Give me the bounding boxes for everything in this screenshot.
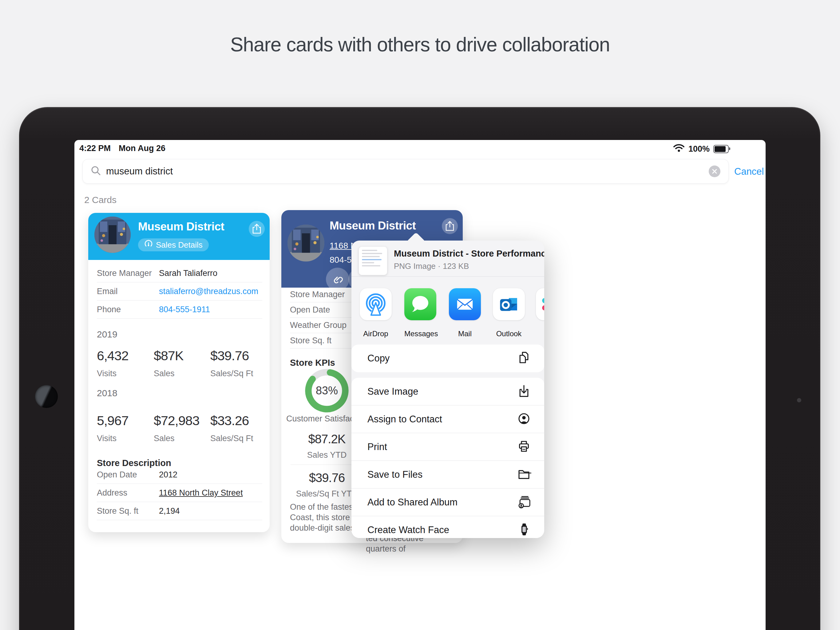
- address-link[interactable]: 1168 North Clay Street: [159, 488, 243, 498]
- save-image-icon: [516, 384, 531, 400]
- store-photo-avatar: [95, 217, 131, 253]
- action-copy[interactable]: Copy: [351, 345, 544, 372]
- row-label: Address: [97, 488, 159, 498]
- share-target-outlook[interactable]: Outlook: [493, 288, 525, 338]
- app-name: Mail: [449, 329, 481, 338]
- share-sheet: Museum District - Store Performance PNG …: [351, 241, 544, 538]
- wifi-icon: [673, 144, 685, 154]
- assign-contact-icon: [516, 411, 531, 427]
- messages-icon: [404, 288, 436, 320]
- outlook-icon: [493, 288, 525, 320]
- metric-value: 5,967: [97, 413, 128, 428]
- phone-link[interactable]: 804-555-1911: [159, 305, 210, 314]
- sales-details-badge[interactable]: Sales Details: [138, 238, 209, 251]
- search-bar[interactable]: museum district: [82, 159, 729, 184]
- share-file-meta: PNG Image · 123 KB: [394, 261, 469, 271]
- row-label: Phone: [97, 305, 159, 314]
- action-label: Copy: [368, 353, 516, 364]
- clear-search-icon[interactable]: [709, 166, 720, 177]
- share-target-mail[interactable]: Mail: [449, 288, 481, 338]
- card1-header: Museum District Sales Details: [88, 213, 270, 260]
- badge-label: Sales Details: [156, 240, 203, 250]
- row-label: Store Sq. ft: [97, 507, 159, 516]
- card1-contact-rows: Store Manager Sarah Taliaferro Email sta…: [97, 264, 262, 319]
- metric-label: Sales: [154, 434, 199, 443]
- share-icon[interactable]: [249, 221, 265, 237]
- table-row: Store Sq. ft 2,194: [97, 502, 262, 520]
- file-thumbnail: [359, 247, 387, 275]
- action-label: Add to Shared Album: [368, 497, 516, 508]
- metric-value: $39.76: [210, 348, 253, 363]
- action-save-image[interactable]: Save Image: [351, 378, 544, 405]
- metric-label: Sales: [154, 369, 183, 378]
- share-target-messages[interactable]: Messages: [404, 288, 436, 338]
- share-target-airdrop[interactable]: AirDrop: [360, 288, 392, 338]
- metric-label: Sales/Sq Ft: [210, 369, 253, 378]
- status-time: 4:22 PM: [79, 144, 111, 153]
- row-label: Store Manager: [290, 290, 352, 299]
- store-kpis-header: Store KPIs: [290, 358, 335, 368]
- airdrop-icon: [360, 288, 392, 320]
- card1-title: Museum District: [138, 220, 224, 233]
- share-file-title: Museum District - Store Performance: [394, 249, 544, 259]
- battery-percent: 100%: [688, 144, 710, 154]
- row-label: Store Sq. ft: [290, 336, 352, 345]
- action-group-main: Save Image Assign to Contact Print: [351, 378, 544, 538]
- gauge-icon: [144, 240, 153, 250]
- table-row: Address 1168 North Clay Street: [97, 484, 262, 502]
- share-target-more[interactable]: [536, 288, 544, 320]
- folder-icon: [516, 467, 531, 483]
- table-row: Email staliaferro@threadzus.com: [97, 282, 262, 301]
- cancel-button[interactable]: Cancel: [734, 166, 764, 177]
- metric-value: $72,983: [154, 413, 199, 428]
- row-label: Weather Group: [290, 321, 352, 330]
- status-bar-left: 4:22 PMMon Aug 26: [79, 144, 166, 153]
- action-label: Save Image: [368, 386, 516, 397]
- action-assign-to-contact[interactable]: Assign to Contact: [351, 405, 544, 433]
- metrics-2019: 6,432 Visits $87K Sales $39.76 Sales/Sq …: [88, 348, 270, 385]
- action-create-watch-face[interactable]: Create Watch Face: [351, 516, 544, 538]
- action-print[interactable]: Print: [351, 433, 544, 461]
- front-camera: [35, 385, 58, 408]
- action-label: Assign to Contact: [368, 414, 516, 425]
- app-name: Messages: [404, 329, 436, 338]
- store-photo-avatar: [287, 225, 324, 261]
- page-headline: Share cards with others to drive collabo…: [0, 33, 840, 56]
- action-add-to-shared-album[interactable]: Add to Shared Album: [351, 489, 544, 516]
- metric-value: 6,432: [97, 348, 128, 363]
- metric-value: $87K: [154, 348, 183, 363]
- print-icon: [516, 439, 531, 455]
- row-label: Open Date: [290, 305, 352, 315]
- row-value: 2012: [159, 470, 177, 480]
- customer-satisfaction-donut: 83%: [304, 367, 350, 414]
- search-icon: [91, 166, 101, 177]
- divider: [351, 276, 544, 277]
- ipad-screen: 4:22 PMMon Aug 26 100% museum district C…: [74, 140, 766, 630]
- table-row: Open Date 2012: [97, 466, 262, 484]
- metric-label: Sales/Sq Ft: [210, 434, 253, 443]
- mail-icon: [449, 288, 481, 320]
- row-label: Open Date: [97, 470, 159, 480]
- action-label: Print: [368, 442, 516, 453]
- watch-icon: [516, 522, 531, 538]
- shared-album-icon: [516, 494, 531, 510]
- action-save-to-files[interactable]: Save to Files: [351, 461, 544, 489]
- card1-detail-rows: Open Date 2012 Address 1168 North Clay S…: [97, 466, 262, 520]
- share-icon[interactable]: [442, 218, 458, 234]
- action-group-copy: Copy: [351, 345, 544, 372]
- metric-label: Visits: [97, 369, 128, 378]
- results-count: 2 Cards: [84, 195, 117, 205]
- card2-title: Museum District: [330, 219, 416, 232]
- bezel-dot: [797, 398, 801, 402]
- search-input[interactable]: museum district: [106, 166, 704, 177]
- donut-percent: 83%: [304, 367, 350, 414]
- year-2019-label: 2019: [97, 329, 117, 340]
- store-card-sales-details[interactable]: Museum District Sales Details Store Mana…: [88, 213, 270, 532]
- row-label: Email: [97, 287, 159, 296]
- battery-icon: [713, 145, 729, 153]
- metric-label: Visits: [97, 434, 128, 443]
- row-value: 2,194: [159, 507, 180, 516]
- row-label: Store Manager: [97, 269, 159, 278]
- email-link[interactable]: staliaferro@threadzus.com: [159, 287, 258, 296]
- metric-value: $33.26: [210, 413, 253, 428]
